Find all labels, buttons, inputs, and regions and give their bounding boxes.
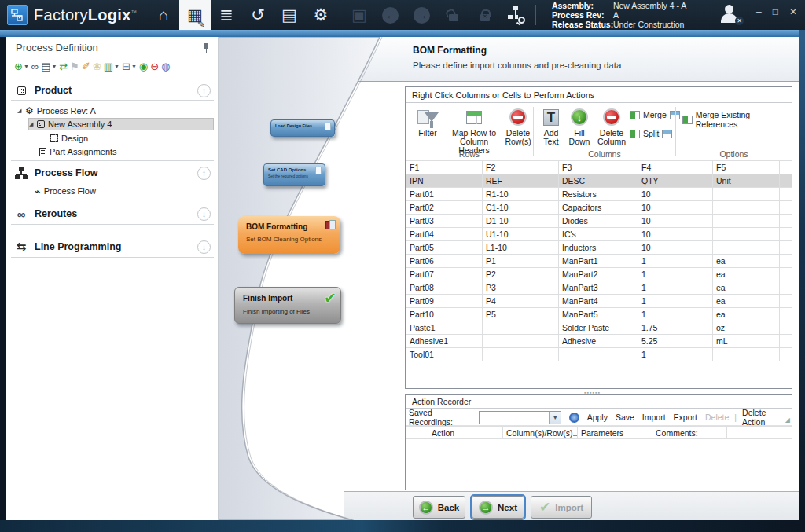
section-reroutes[interactable]: ∞ Reroutes ↓ — [6, 202, 219, 226]
logout-user-icon[interactable]: ✕ — [719, 5, 742, 25]
documents-icon[interactable]: ▤ — [274, 0, 305, 30]
table-cell[interactable] — [713, 215, 780, 228]
import-recording-button[interactable]: Import — [642, 413, 666, 422]
table-cell[interactable]: 10 — [638, 241, 713, 255]
record-icon[interactable] — [569, 413, 579, 423]
table-row[interactable]: Part10P5ManPart51ea — [406, 308, 792, 321]
delete-icon[interactable]: ⊟▼ — [122, 61, 137, 72]
table-cell[interactable]: P1 — [483, 255, 559, 268]
next-button[interactable]: → Next — [472, 496, 524, 519]
table-cell[interactable]: P4 — [483, 295, 559, 308]
table-row[interactable]: Part02C1-10Capacitors10 — [406, 201, 792, 215]
table-row[interactable]: Part04U1-10IC's10 — [406, 228, 792, 241]
table-cell[interactable]: F5 — [713, 161, 780, 174]
export-folder-icon[interactable]: ▥▼ — [104, 61, 119, 72]
table-cell[interactable]: REF — [483, 174, 559, 188]
recorder-column-header[interactable]: Comments: — [652, 427, 727, 439]
table-cell[interactable]: Inductors — [559, 241, 638, 255]
table-cell[interactable]: Part01 — [406, 188, 483, 201]
maximize-button[interactable]: □ — [773, 6, 778, 17]
table-cell[interactable]: Adhesive1 — [406, 335, 483, 348]
table-cell[interactable]: Part03 — [406, 215, 483, 228]
table-cell[interactable] — [780, 268, 792, 281]
go-icon[interactable]: ◉ — [139, 61, 148, 72]
gear-pale-icon[interactable]: ❀ — [93, 61, 101, 72]
table-cell[interactable]: F4 — [638, 161, 713, 174]
table-cell[interactable]: ManPart4 — [559, 295, 638, 308]
table-cell[interactable]: ea — [713, 308, 780, 321]
table-cell[interactable]: ea — [713, 295, 780, 308]
home-icon[interactable]: ⌂ — [148, 0, 179, 30]
pause-icon[interactable]: ◍ — [161, 61, 170, 72]
table-cell[interactable]: Part02 — [406, 201, 483, 215]
resize-grip-icon[interactable]: ◢ — [785, 416, 790, 424]
export-recording-button[interactable]: Export — [674, 413, 697, 422]
recorder-column-header[interactable]: Action — [428, 427, 503, 439]
tree-item-process-rev[interactable]: ◢ ⚙ Process Rev: A — [17, 105, 214, 117]
table-cell[interactable] — [780, 295, 792, 308]
table-row[interactable]: Part08P3ManPart31ea — [406, 281, 792, 295]
table-cell[interactable]: 5.25 — [638, 335, 713, 348]
table-cell[interactable] — [713, 188, 780, 201]
merge-button[interactable]: Merge — [630, 110, 680, 119]
table-cell[interactable] — [780, 255, 792, 268]
table-cell[interactable] — [780, 228, 792, 241]
section-product[interactable]: Product ↑ — [6, 79, 219, 102]
exchange-icon[interactable]: ⇄ — [59, 61, 68, 72]
workflow-step-load-design-files[interactable]: Load Design Files — [270, 119, 335, 137]
table-row[interactable]: Paste1Solder Paste1.75oz — [406, 321, 792, 335]
table-cell[interactable]: F2 — [483, 161, 559, 174]
table-cell[interactable] — [483, 321, 559, 335]
table-cell[interactable]: Diodes — [559, 215, 638, 228]
table-cell[interactable]: Part05 — [406, 241, 483, 255]
saved-recordings-combobox[interactable]: ▼ — [479, 411, 561, 424]
workflow-step-bom-formatting[interactable]: BOM Formatting Set BOM Cleaning Options — [238, 216, 340, 254]
table-cell[interactable]: 10 — [638, 188, 713, 201]
apply-recording-button[interactable]: Apply — [587, 413, 608, 422]
table-cell[interactable]: Paste1 — [406, 321, 483, 335]
table-cell[interactable]: 1 — [638, 268, 713, 281]
settings-gear-icon[interactable]: ⚙ — [305, 0, 336, 30]
workflow-step-finish-import[interactable]: Finish Import Finish Importing of Files … — [234, 287, 341, 324]
table-cell[interactable]: ea — [713, 268, 780, 281]
table-cell[interactable]: Part08 — [406, 281, 483, 295]
table-cell[interactable]: ea — [713, 281, 780, 295]
table-cell[interactable]: ManPart1 — [559, 255, 638, 268]
table-cell[interactable]: Solder Paste — [559, 321, 638, 335]
table-cell[interactable]: Unit — [713, 174, 780, 188]
table-cell[interactable]: DESC — [559, 174, 638, 188]
collapse-up-icon[interactable]: ↑ — [197, 84, 211, 97]
table-cell[interactable] — [780, 335, 792, 348]
table-cell[interactable] — [780, 281, 792, 295]
minimize-button[interactable]: – — [756, 6, 762, 17]
table-row[interactable]: Part06P1ManPart11ea — [406, 255, 792, 268]
filter-button[interactable]: Filter — [410, 107, 445, 138]
tree-item-process-flow[interactable]: ⌁ Process Flow — [35, 185, 214, 197]
lamp-icon[interactable]: ⚑ — [70, 61, 79, 72]
map-row-button[interactable]: Map Row to Column Headers — [443, 107, 505, 155]
expander-icon[interactable]: ◢ — [17, 108, 25, 114]
table-cell[interactable]: Tool01 — [406, 348, 483, 361]
table-cell[interactable]: IC's — [559, 228, 638, 241]
table-cell[interactable]: Part10 — [406, 308, 483, 321]
tree-item-design[interactable]: Design — [50, 132, 214, 145]
table-row[interactable]: Tool011 — [406, 348, 792, 361]
dropdown-caret-icon[interactable]: ▼ — [51, 64, 57, 69]
back-button[interactable]: ← Back — [413, 496, 465, 519]
dropdown-caret-icon[interactable]: ▼ — [24, 64, 29, 69]
table-cell[interactable]: P3 — [483, 281, 559, 295]
table-cell[interactable] — [780, 188, 792, 201]
recorder-column-header[interactable] — [406, 427, 428, 439]
stop-icon[interactable]: ⊖ — [150, 61, 159, 72]
table-cell[interactable]: ManPart5 — [559, 308, 638, 321]
table-row[interactable]: Part03D1-10Diodes10 — [406, 215, 792, 228]
table-row[interactable]: IPNREFDESCQTYUnit — [406, 174, 792, 188]
table-cell[interactable]: ManPart2 — [559, 268, 638, 281]
merge-existing-references-button[interactable]: Merge Existing References — [682, 110, 792, 129]
table-row[interactable]: F1F2F3F4F5 — [406, 161, 792, 174]
expand-down-icon[interactable]: ↓ — [197, 240, 211, 254]
table-cell[interactable]: 1.75 — [638, 321, 713, 335]
binoculars-icon[interactable]: ∞ — [31, 61, 39, 72]
sync-icon[interactable]: ↺ — [242, 0, 274, 30]
table-cell[interactable] — [780, 161, 792, 174]
